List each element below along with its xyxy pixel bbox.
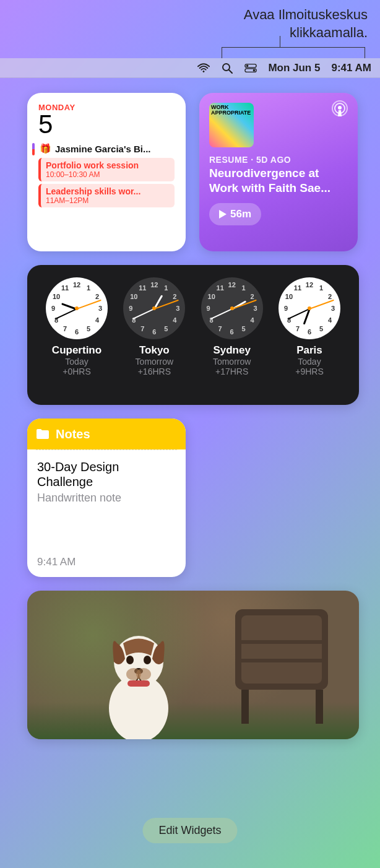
svg-point-4 [246, 64, 249, 67]
clock-city-4-day: Today [272, 357, 347, 367]
clock-city-2-offset: +16HRS [117, 367, 191, 376]
folder-icon [36, 428, 50, 440]
clock-city-1-day: Today [40, 357, 114, 367]
clock-face-paris: 12369 1245 781011 [279, 277, 340, 339]
gift-icon: 🎁 [40, 143, 51, 154]
podcast-widget[interactable]: WORK APPROPRIATE RESUME · 5D AGO Neurodi… [199, 93, 358, 251]
note-subtitle: Handwritten note [37, 492, 176, 505]
clock-face-cupertino: 12369 1245 781011 [46, 277, 108, 339]
clock-cupertino: 12369 1245 781011 Cupertino Today +0HRS [40, 277, 114, 393]
photos-widget[interactable] [27, 591, 359, 739]
podcast-resume-line: RESUME · 5D AGO [209, 155, 348, 165]
note-time: 9:41 AM [37, 556, 76, 568]
podcast-artwork: WORK APPROPRIATE [209, 103, 254, 147]
svg-point-22 [136, 668, 151, 680]
clock-city-3-day: Tomorrow [195, 357, 269, 367]
control-center-icon[interactable] [244, 62, 257, 74]
search-icon[interactable] [221, 62, 233, 74]
svg-point-18 [126, 656, 134, 664]
notes-widget[interactable]: Notes 30-Day Design Challenge Handwritte… [27, 419, 186, 577]
calendar-event-allday: 🎁 Jasmine Garcia's Bi... [40, 143, 175, 154]
clock-city-3-name: Sydney [195, 344, 269, 357]
notes-header: Notes [27, 419, 186, 449]
calendar-event-allday-title: Jasmine Garcia's Bi... [55, 144, 150, 154]
clock-city-2-name: Tokyo [117, 344, 191, 357]
clock-sydney: 12369 1245 781011 Sydney Tomorrow +17HRS [195, 277, 269, 393]
calendar-widget[interactable]: MONDAY 5 🎁 Jasmine Garcia's Bi... Portfo… [27, 93, 186, 251]
callout-label: Avaa Ilmoituskeskus klikkaamalla. [244, 6, 368, 41]
clock-face-tokyo: 12369 1245 781011 [123, 277, 185, 339]
clock-face-sydney: 12369 1245 781011 [201, 277, 263, 339]
menubar-time[interactable]: 9:41 AM [331, 62, 371, 74]
world-clock-widget[interactable]: 12369 1245 781011 Cupertino Today +0HRS … [27, 265, 359, 405]
svg-rect-23 [127, 680, 150, 687]
calendar-event-2: Leadership skills wor... 11AM–12PM [38, 184, 175, 207]
note-title: 30-Day Design Challenge [37, 459, 176, 489]
svg-point-6 [253, 69, 256, 71]
clock-paris: 12369 1245 781011 Paris Today +9HRS [272, 277, 347, 393]
svg-point-19 [144, 656, 151, 664]
callout-line1: Avaa Ilmoituskeskus [244, 6, 368, 24]
clock-city-1-offset: +0HRS [40, 367, 114, 376]
photo-chair [229, 603, 340, 727]
clock-city-4-offset: +9HRS [272, 367, 347, 376]
svg-point-7 [338, 106, 342, 110]
svg-rect-14 [241, 690, 249, 724]
calendar-event-2-time: 11AM–12PM [46, 196, 170, 205]
svg-line-2 [229, 70, 232, 73]
svg-point-0 [203, 71, 205, 72]
callout-stem [280, 36, 280, 47]
podcasts-icon [330, 100, 349, 119]
clock-city-2-day: Tomorrow [117, 357, 191, 367]
photo-dog [89, 615, 188, 739]
podcast-play-button[interactable]: 56m [209, 203, 261, 225]
calendar-event-2-title: Leadership skills wor... [46, 186, 170, 196]
clock-tokyo: 12369 1245 781011 Tokyo Tomorrow +16HRS [117, 277, 191, 393]
menubar: Mon Jun 5 9:41 AM [0, 58, 380, 78]
callout-line2: klikkaamalla. [244, 24, 368, 42]
podcast-episode-title: Neurodivergence at Work with Faith Sae..… [209, 166, 348, 196]
notes-header-label: Notes [56, 427, 90, 441]
clock-city-3-offset: +17HRS [195, 367, 269, 376]
svg-rect-12 [241, 640, 322, 644]
calendar-event-1: Portfolio work session 10:00–10:30 AM [38, 158, 175, 181]
svg-rect-11 [241, 615, 322, 684]
clock-city-1-name: Cupertino [40, 344, 114, 357]
svg-rect-13 [241, 659, 322, 662]
svg-rect-15 [316, 690, 323, 724]
edit-widgets-button[interactable]: Edit Widgets [142, 818, 237, 843]
podcast-duration: 56m [230, 208, 251, 220]
notification-center: MONDAY 5 🎁 Jasmine Garcia's Bi... Portfo… [27, 93, 373, 739]
callout-bracket [222, 47, 365, 58]
calendar-event-1-title: Portfolio work session [46, 160, 170, 170]
play-icon [219, 210, 227, 219]
clock-city-4-name: Paris [272, 344, 347, 357]
podcast-artwork-label: WORK APPROPRIATE [211, 105, 254, 116]
notes-body: 30-Day Design Challenge Handwritten note… [27, 449, 186, 577]
edit-widgets-label: Edit Widgets [158, 824, 221, 836]
calendar-event-1-time: 10:00–10:30 AM [46, 170, 170, 179]
calendar-daynum: 5 [38, 110, 175, 139]
menubar-date[interactable]: Mon Jun 5 [268, 62, 320, 74]
wifi-icon[interactable] [197, 62, 210, 74]
